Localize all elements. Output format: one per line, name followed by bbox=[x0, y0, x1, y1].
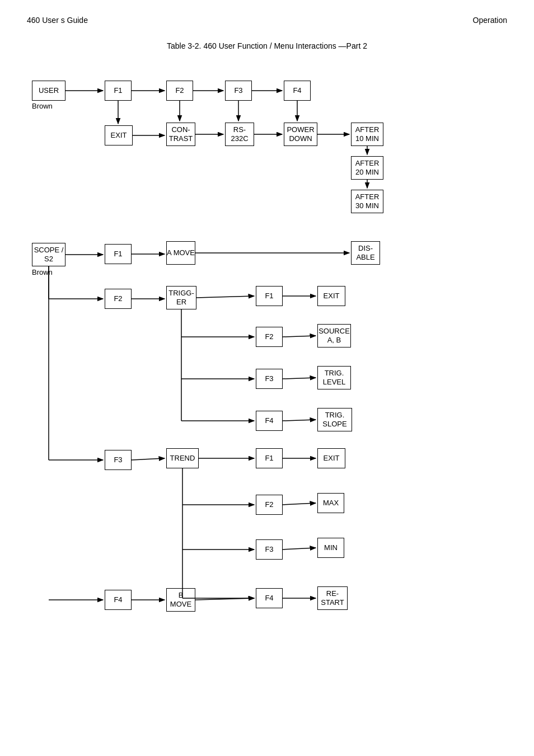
svg-line-30 bbox=[283, 420, 316, 421]
f2-scope-box: F2 bbox=[105, 289, 132, 309]
f3-trend-box: F3 bbox=[256, 539, 283, 560]
svg-line-28 bbox=[283, 378, 316, 379]
trig-slope-box: TRIG. SLOPE bbox=[317, 408, 352, 431]
f1-scope-box: F1 bbox=[105, 244, 132, 264]
svg-line-43 bbox=[195, 598, 254, 600]
f1-trend-box: F1 bbox=[256, 448, 283, 468]
f4-user-box: F4 bbox=[284, 81, 311, 101]
f1-trig-box: F1 bbox=[256, 286, 283, 306]
restart-box: RE- START bbox=[317, 586, 348, 610]
trigger-box: TRIGG- ER bbox=[166, 286, 196, 309]
f3-trig-box: F3 bbox=[256, 369, 283, 389]
exit-box: EXIT bbox=[105, 125, 133, 145]
svg-line-40 bbox=[283, 548, 316, 550]
disable-box: DIS- ABLE bbox=[351, 241, 380, 265]
after-10-box: AFTER 10 MIN bbox=[351, 123, 383, 146]
f2-trend-box: F2 bbox=[256, 495, 283, 515]
scope-label: Brown bbox=[32, 268, 53, 276]
contrast-box: CON- TRAST bbox=[166, 123, 195, 146]
exit-trend-box: EXIT bbox=[317, 448, 345, 468]
after-30-box: AFTER 30 MIN bbox=[351, 190, 383, 213]
scope-box: SCOPE / S2 bbox=[32, 243, 65, 266]
f3-user-box: F3 bbox=[225, 81, 252, 101]
user-label: Brown bbox=[32, 102, 53, 110]
header-left: 460 User s Guide bbox=[27, 16, 88, 25]
max-box: MAX bbox=[317, 493, 344, 513]
rs232c-box: RS- 232C bbox=[225, 123, 254, 146]
b-move-box: B MOVE bbox=[166, 588, 195, 612]
f3-scope-box: F3 bbox=[105, 450, 132, 470]
min-box: MIN bbox=[317, 538, 344, 558]
user-box: USER bbox=[32, 81, 65, 101]
f4-scope-box: F4 bbox=[105, 590, 132, 610]
after-20-box: AFTER 20 MIN bbox=[351, 156, 383, 180]
f4-trend-box: F4 bbox=[256, 588, 283, 608]
f1-user-box: F1 bbox=[105, 81, 132, 101]
source-ab-box: SOURCE A, B bbox=[317, 324, 351, 348]
power-down-box: POWER DOWN bbox=[284, 123, 317, 146]
header-right: Operation bbox=[473, 16, 507, 25]
svg-line-26 bbox=[283, 336, 316, 337]
f2-trig-box: F2 bbox=[256, 327, 283, 347]
svg-line-22 bbox=[196, 296, 254, 298]
a-move-box: A MOVE bbox=[166, 241, 195, 265]
f4-trig-box: F4 bbox=[256, 411, 283, 431]
f2-user-box: F2 bbox=[166, 81, 193, 101]
diagram-area: Table 3-2. 460 User Function / Menu Inte… bbox=[15, 25, 519, 730]
table-title: Table 3-2. 460 User Function / Menu Inte… bbox=[15, 41, 519, 50]
svg-line-38 bbox=[283, 503, 316, 505]
exit-trig-box: EXIT bbox=[317, 286, 345, 306]
trig-level-box: TRIG. LEVEL bbox=[317, 366, 351, 389]
svg-line-33 bbox=[132, 458, 165, 460]
trend-box: TREND bbox=[166, 448, 199, 468]
